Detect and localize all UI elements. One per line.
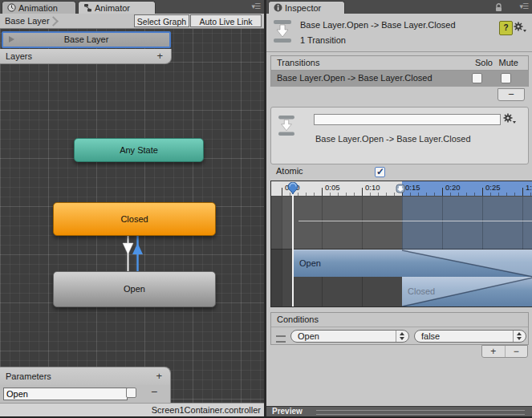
transition-name-input[interactable]	[314, 114, 501, 125]
transitions-label: Transitions	[277, 56, 319, 70]
inspector-menu-icon[interactable]: ▾☰	[519, 2, 528, 10]
playhead-line[interactable]	[292, 193, 294, 306]
parameter-name-input[interactable]	[3, 388, 128, 400]
solo-checkbox[interactable]	[472, 73, 482, 83]
transition-row-label: Base Layer.Open -> Base Layer.Closed	[277, 71, 433, 86]
remove-transition-button[interactable]: −	[497, 88, 525, 101]
ruler-tick-label: 0:20	[445, 183, 461, 192]
preview-bar[interactable]: Preview	[266, 406, 532, 416]
dropdown-stepper-icon	[513, 331, 526, 342]
state-node-open[interactable]: Open	[53, 271, 216, 307]
animator-icon	[83, 3, 92, 12]
remove-condition-button[interactable]: −	[506, 346, 528, 357]
parameter-bool-checkbox[interactable]	[126, 388, 136, 398]
auto-live-link-toggle[interactable]: Auto Live Link	[190, 14, 262, 27]
unity-editor-window: Any State Closed Open Animation Animator	[0, 0, 532, 418]
layer-expand-icon[interactable]	[9, 36, 14, 43]
ruler-tick-label: 0:25	[485, 183, 501, 192]
blend-curve-line	[298, 221, 532, 221]
timeline-grid-column	[282, 197, 282, 306]
gear-icon[interactable]	[513, 21, 527, 34]
add-layer-button[interactable]: +	[156, 49, 163, 63]
animator-toolbar: Base Layer Select Graph Auto Live Link	[0, 14, 264, 29]
atomic-checkbox[interactable]	[375, 167, 385, 177]
breadcrumb-chevron-icon	[48, 16, 59, 26]
ruler-tick-label: 1:00	[526, 183, 532, 192]
inspector-pane: Inspector ▾☰ Base Layer.Open -> Base Lay…	[266, 0, 532, 418]
transition-timeline[interactable]: Open Closed 0:000:050:100:150:200:251:00	[270, 181, 532, 307]
condition-value: false	[421, 331, 440, 341]
controller-status-bar: Screen1Container.controller	[0, 403, 264, 416]
preview-label: Preview	[272, 407, 303, 416]
track-bar-open[interactable]: Open	[293, 250, 532, 277]
ruler-tick-label: 0:05	[325, 183, 340, 192]
tab-animator-label: Animator	[95, 3, 130, 13]
tab-animator[interactable]: Animator	[78, 1, 156, 14]
ruler-tick-label: 0:10	[365, 183, 380, 192]
playhead-handle-icon[interactable]	[286, 182, 299, 197]
add-condition-button[interactable]: +	[482, 346, 506, 357]
atomic-label: Atomic	[276, 166, 303, 176]
remove-parameter-button[interactable]: −	[151, 385, 157, 398]
inspector-tabstrip: Inspector ▾☰	[266, 0, 532, 14]
controller-path-label: Screen1Container.controller	[152, 405, 261, 415]
parameters-header-label: Parameters	[6, 367, 51, 385]
mute-checkbox[interactable]	[501, 73, 511, 83]
transition-icon	[278, 115, 295, 136]
conditions-label: Conditions	[277, 313, 319, 327]
layer-row-base-layer[interactable]: Base Layer	[2, 31, 171, 48]
track-bar-closed-label: Closed	[408, 286, 435, 296]
conditions-section: Conditions Open false	[270, 312, 529, 345]
transition-icon	[273, 19, 292, 43]
timeline-ruler[interactable]: 0:000:050:100:150:200:251:00	[271, 181, 532, 197]
lock-icon[interactable]	[494, 2, 503, 12]
animator-pane: Any State Closed Open Animation Animator	[0, 0, 264, 418]
timeline-left-gutter	[271, 197, 282, 306]
solo-column-label: Solo	[475, 56, 493, 70]
transitions-section-header: Transitions Solo Mute	[270, 55, 529, 71]
help-icon[interactable]: ?	[499, 21, 513, 35]
ruler-highlight	[402, 181, 532, 197]
conditions-add-remove: + −	[481, 345, 528, 358]
parameters-header[interactable]: Parameters +	[0, 367, 171, 385]
transition-marker-icon[interactable]	[396, 183, 406, 195]
condition-value-dropdown[interactable]: false	[414, 330, 526, 343]
condition-parameter-dropdown[interactable]: Open	[290, 330, 409, 343]
track-bar-closed[interactable]: Closed	[402, 277, 532, 306]
state-node-closed[interactable]: Closed	[53, 202, 216, 236]
transition-detail-label: Base Layer.Open -> Base Layer.Closed	[315, 134, 471, 144]
condition-parameter-value: Open	[298, 331, 319, 341]
tab-inspector[interactable]: Inspector	[268, 1, 345, 14]
tab-animation-label: Animation	[18, 3, 58, 13]
info-icon	[274, 3, 282, 12]
layers-header[interactable]: Layers +	[0, 49, 172, 64]
transition-count: 1 Transition	[300, 35, 346, 45]
layer-row-label: Base Layer	[64, 34, 109, 44]
transition-title: Base Layer.Open -> Base Layer.Closed	[300, 20, 456, 30]
clock-icon	[7, 3, 16, 12]
left-tabstrip: Animation Animator ▾☰	[0, 0, 264, 14]
tab-animation[interactable]: Animation	[2, 1, 76, 14]
conditions-header: Conditions	[271, 313, 528, 327]
dropdown-stepper-icon	[396, 331, 408, 342]
parameter-row-open: −	[0, 385, 171, 403]
condition-drag-handle-icon[interactable]	[276, 335, 286, 343]
breadcrumb[interactable]: Base Layer	[5, 16, 50, 26]
tab-inspector-label: Inspector	[285, 3, 321, 13]
gear-icon[interactable]	[502, 112, 517, 125]
add-parameter-button[interactable]: +	[156, 367, 162, 385]
select-graph-button[interactable]: Select Graph	[134, 14, 189, 27]
track-bar-open-label: Open	[299, 258, 321, 268]
ruler-tick-label: 0:15	[405, 183, 420, 192]
pane-menu-icon[interactable]: ▾☰	[251, 2, 260, 10]
preview-splitter-handle[interactable]	[316, 410, 525, 415]
transition-detail-box: Base Layer.Open -> Base Layer.Closed	[270, 107, 529, 164]
transition-list-row[interactable]: Base Layer.Open -> Base Layer.Closed	[270, 71, 529, 87]
state-node-any-state[interactable]: Any State	[74, 138, 204, 162]
gear-dropdown-arrow-icon	[523, 30, 526, 32]
mute-column-label: Mute	[499, 56, 518, 70]
layers-header-label: Layers	[6, 49, 32, 63]
header-divider	[266, 51, 532, 52]
